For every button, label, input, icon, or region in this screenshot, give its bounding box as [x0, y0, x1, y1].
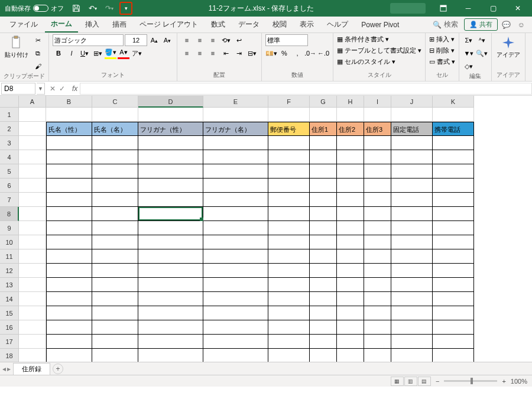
cell-I14[interactable]: [364, 292, 391, 306]
cell-J10[interactable]: [391, 235, 433, 249]
cell-J7[interactable]: [391, 193, 433, 207]
cell-K13[interactable]: [433, 278, 474, 292]
cell-I7[interactable]: [364, 193, 391, 207]
cell-G9[interactable]: [310, 221, 337, 235]
cell-H4[interactable]: [337, 150, 364, 164]
cell-C18[interactable]: [92, 349, 138, 362]
tab-formulas[interactable]: 数式: [205, 17, 231, 32]
cell-I5[interactable]: [364, 164, 391, 179]
cell-D5[interactable]: [138, 164, 203, 179]
row-header-4[interactable]: 4: [0, 150, 19, 164]
row-header-8[interactable]: 8: [0, 207, 19, 221]
cell-J14[interactable]: [391, 292, 433, 306]
tab-review[interactable]: 校閲: [267, 17, 293, 32]
cell-J17[interactable]: [391, 335, 433, 349]
shrink-font-button[interactable]: A▾: [161, 34, 173, 46]
zoom-level[interactable]: 100%: [511, 378, 527, 385]
row-header-1[interactable]: 1: [0, 108, 19, 122]
cell-H1[interactable]: [337, 108, 364, 122]
cell-B5[interactable]: [46, 164, 92, 179]
cell-I9[interactable]: [364, 221, 391, 235]
cell-H6[interactable]: [337, 179, 364, 193]
cell-I8[interactable]: [364, 207, 391, 221]
enter-icon[interactable]: ✓: [59, 85, 65, 93]
autosave-toggle[interactable]: 自動保存 オフ: [2, 3, 66, 14]
format-cells-button[interactable]: ▭書式▾: [429, 57, 455, 67]
cell-K7[interactable]: [433, 193, 474, 207]
cell-H2[interactable]: 住所2: [337, 122, 364, 136]
cell-H18[interactable]: [337, 349, 364, 362]
cell-K16[interactable]: [433, 320, 474, 335]
tab-view[interactable]: 表示: [294, 17, 320, 32]
cell-F12[interactable]: [268, 264, 310, 278]
cell-D18[interactable]: [138, 349, 203, 362]
increase-indent-button[interactable]: ⇥: [233, 47, 245, 59]
cell-B15[interactable]: [46, 306, 92, 320]
decrease-indent-button[interactable]: ⇤: [220, 47, 232, 59]
cell-G6[interactable]: [310, 179, 337, 193]
cell-F10[interactable]: [268, 235, 310, 249]
formula-bar[interactable]: [80, 83, 532, 95]
cell-C5[interactable]: [92, 164, 138, 179]
share-button[interactable]: 👤 共有: [464, 18, 498, 31]
zoom-in-button[interactable]: +: [502, 378, 505, 385]
cell-H3[interactable]: [337, 136, 364, 150]
page-break-view-button[interactable]: ▤: [418, 377, 431, 386]
cell-C11[interactable]: [92, 249, 138, 264]
cell-E5[interactable]: [203, 164, 268, 179]
cell-H15[interactable]: [337, 306, 364, 320]
zoom-slider[interactable]: [444, 380, 497, 382]
cell-G14[interactable]: [310, 292, 337, 306]
cell-J4[interactable]: [391, 150, 433, 164]
sheet-tab[interactable]: 住所録: [13, 363, 50, 375]
copy-button[interactable]: ⧉: [32, 47, 44, 59]
fill-color-button[interactable]: 🪣▾: [105, 47, 116, 59]
cell-D1[interactable]: [138, 108, 203, 122]
name-box-dropdown[interactable]: ▼: [37, 83, 45, 95]
row-header-14[interactable]: 14: [0, 292, 19, 306]
wrap-text-button[interactable]: ↩: [233, 34, 245, 46]
clear-button[interactable]: ◇▾: [463, 60, 475, 72]
cell-D7[interactable]: [138, 193, 203, 207]
row-header-5[interactable]: 5: [0, 164, 19, 179]
cell-F2[interactable]: 郵便番号: [268, 122, 310, 136]
cell-C8[interactable]: [92, 207, 138, 221]
cell-H8[interactable]: [337, 207, 364, 221]
col-header-J[interactable]: J: [391, 96, 433, 108]
cell-D17[interactable]: [138, 335, 203, 349]
align-center-button[interactable]: ≡: [194, 47, 206, 59]
cell-B14[interactable]: [46, 292, 92, 306]
cell-K6[interactable]: [433, 179, 474, 193]
cell-A6[interactable]: [19, 179, 46, 193]
cell-D8[interactable]: [138, 207, 203, 221]
cell-C12[interactable]: [92, 264, 138, 278]
align-top-button[interactable]: ≡: [181, 34, 193, 46]
cancel-icon[interactable]: ✕: [50, 85, 56, 93]
cell-F17[interactable]: [268, 335, 310, 349]
number-format-select[interactable]: [265, 34, 308, 46]
col-header-I[interactable]: I: [364, 96, 391, 108]
cell-K11[interactable]: [433, 249, 474, 264]
delete-cells-button[interactable]: ⊟削除▾: [429, 46, 455, 56]
cell-C3[interactable]: [92, 136, 138, 150]
grow-font-button[interactable]: A▴: [148, 34, 160, 46]
cell-D13[interactable]: [138, 278, 203, 292]
cell-H7[interactable]: [337, 193, 364, 207]
undo-button[interactable]: ↶▾: [86, 2, 99, 15]
cell-J8[interactable]: [391, 207, 433, 221]
name-box[interactable]: D8: [1, 83, 35, 95]
underline-button[interactable]: U▾: [79, 47, 90, 59]
cell-J16[interactable]: [391, 320, 433, 335]
cell-A9[interactable]: [19, 221, 46, 235]
conditional-format-button[interactable]: ▦条件付き書式▾: [337, 34, 389, 44]
zoom-out-button[interactable]: −: [436, 378, 439, 385]
maximize-button[interactable]: ▢: [481, 0, 505, 17]
cell-C7[interactable]: [92, 193, 138, 207]
cell-I17[interactable]: [364, 335, 391, 349]
cell-F9[interactable]: [268, 221, 310, 235]
row-header-10[interactable]: 10: [0, 235, 19, 249]
row-header-2[interactable]: 2: [0, 122, 19, 136]
user-badge[interactable]: [390, 3, 426, 14]
cell-J6[interactable]: [391, 179, 433, 193]
font-color-button[interactable]: A▾: [118, 47, 129, 59]
